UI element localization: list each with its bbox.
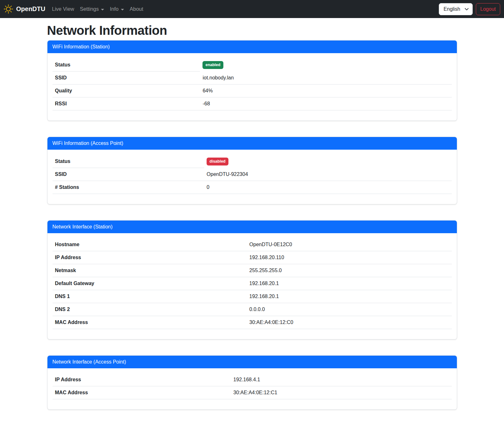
status-badge: enabled bbox=[202, 61, 223, 69]
nav-item-label: Settings bbox=[80, 6, 99, 12]
row-value: 192.168.20.1 bbox=[247, 277, 451, 290]
main-content: Network Information WiFi Information (St… bbox=[43, 23, 461, 410]
row-value: 30:AE:A4:0E:12:C0 bbox=[247, 316, 451, 329]
row-label: Default Gateway bbox=[53, 277, 247, 290]
nav-item-about[interactable]: About bbox=[127, 3, 146, 15]
navbar-right: English Logout bbox=[439, 3, 500, 15]
row-value: iot.nobody.lan bbox=[200, 72, 451, 84]
row-value: OpenDTU-922304 bbox=[204, 168, 451, 181]
row-label: IP Address bbox=[53, 373, 231, 386]
row-value: 0.0.0.0 bbox=[247, 303, 451, 316]
card-network-interface-access-point: Network Interface (Access Point) IP Addr… bbox=[47, 355, 457, 410]
table-row: DNS 1 192.168.20.1 bbox=[53, 290, 452, 303]
table-row: SSID OpenDTU-922304 bbox=[53, 168, 452, 181]
card-wifi-station: WiFi Information (Station) Status enable… bbox=[47, 40, 457, 121]
table-row: Status enabled bbox=[53, 58, 452, 72]
row-value: 255.255.255.0 bbox=[247, 264, 451, 277]
table-row: Quality 64% bbox=[53, 84, 452, 97]
card-body: IP Address 192.168.4.1 MAC Address 30:AE… bbox=[47, 368, 457, 409]
nav-item-label: Info bbox=[110, 6, 119, 12]
row-value: 192.168.20.110 bbox=[247, 251, 451, 264]
row-value: 0 bbox=[204, 181, 451, 194]
card-body: Status disabled SSID OpenDTU-922304 # St… bbox=[47, 150, 457, 204]
table-row: RSSI -68 bbox=[53, 97, 452, 110]
row-value: OpenDTU-0E12C0 bbox=[247, 238, 451, 251]
card-body: Status enabled SSID iot.nobody.lan Quali… bbox=[47, 53, 457, 121]
card-header: WiFi Information (Access Point) bbox=[47, 137, 457, 150]
row-value: 30:AE:A4:0E:12:C1 bbox=[231, 386, 452, 399]
card-network-interface-station: Network Interface (Station) Hostname Ope… bbox=[47, 220, 457, 340]
card-header: Network Interface (Access Point) bbox=[47, 356, 457, 368]
row-label: # Stations bbox=[53, 181, 204, 194]
card-header: Network Interface (Station) bbox=[47, 221, 457, 233]
sun-icon bbox=[4, 4, 13, 14]
table-row: Netmask 255.255.255.0 bbox=[53, 264, 452, 277]
table-row: Hostname OpenDTU-0E12C0 bbox=[53, 238, 452, 251]
nav-item-label: Live View bbox=[52, 6, 74, 12]
navbar: OpenDTU Live View Settings Info About En… bbox=[0, 0, 504, 18]
logout-button[interactable]: Logout bbox=[476, 3, 500, 15]
card-body: Hostname OpenDTU-0E12C0 IP Address 192.1… bbox=[47, 233, 457, 339]
status-badge: disabled bbox=[207, 158, 228, 165]
row-label: SSID bbox=[53, 168, 204, 181]
card-wifi-access-point: WiFi Information (Access Point) Status d… bbox=[47, 137, 457, 204]
row-label: IP Address bbox=[53, 251, 247, 264]
table-row: IP Address 192.168.20.110 bbox=[53, 251, 452, 264]
table-row: SSID iot.nobody.lan bbox=[53, 72, 452, 84]
language-select-wrap: English bbox=[439, 3, 473, 15]
row-value: 192.168.4.1 bbox=[231, 373, 452, 386]
table-row: DNS 2 0.0.0.0 bbox=[53, 303, 452, 316]
brand[interactable]: OpenDTU bbox=[4, 4, 45, 14]
row-label: DNS 2 bbox=[53, 303, 247, 316]
row-label: Status bbox=[53, 58, 200, 72]
row-value: -68 bbox=[200, 97, 451, 110]
nav-item-label: About bbox=[130, 6, 143, 12]
table-row: # Stations 0 bbox=[53, 181, 452, 194]
table-row: IP Address 192.168.4.1 bbox=[53, 373, 452, 386]
row-label: Status bbox=[53, 155, 204, 168]
row-label: MAC Address bbox=[53, 386, 231, 399]
row-label: SSID bbox=[53, 72, 200, 84]
row-label: RSSI bbox=[53, 97, 200, 110]
row-label: Netmask bbox=[53, 264, 247, 277]
nav-menu: Live View Settings Info About bbox=[49, 3, 146, 15]
row-label: DNS 1 bbox=[53, 290, 247, 303]
row-label: Quality bbox=[53, 84, 200, 97]
row-value: 192.168.20.1 bbox=[247, 290, 451, 303]
language-select[interactable]: English bbox=[439, 3, 473, 15]
row-label: Hostname bbox=[53, 238, 247, 251]
nav-item-settings[interactable]: Settings bbox=[77, 3, 107, 15]
page-title: Network Information bbox=[47, 23, 457, 38]
caret-down-icon bbox=[101, 9, 104, 10]
nav-item-live-view[interactable]: Live View bbox=[49, 3, 77, 15]
table-row: MAC Address 30:AE:A4:0E:12:C1 bbox=[53, 386, 452, 399]
brand-label: OpenDTU bbox=[16, 5, 45, 13]
row-value: 64% bbox=[200, 84, 451, 97]
caret-down-icon bbox=[121, 9, 124, 10]
row-value: enabled bbox=[200, 58, 451, 72]
table-row: MAC Address 30:AE:A4:0E:12:C0 bbox=[53, 316, 452, 329]
row-label: MAC Address bbox=[53, 316, 247, 329]
nav-item-info[interactable]: Info bbox=[107, 3, 127, 15]
table-row: Default Gateway 192.168.20.1 bbox=[53, 277, 452, 290]
table-row: Status disabled bbox=[53, 155, 452, 168]
row-value: disabled bbox=[204, 155, 451, 168]
card-header: WiFi Information (Station) bbox=[47, 41, 457, 53]
